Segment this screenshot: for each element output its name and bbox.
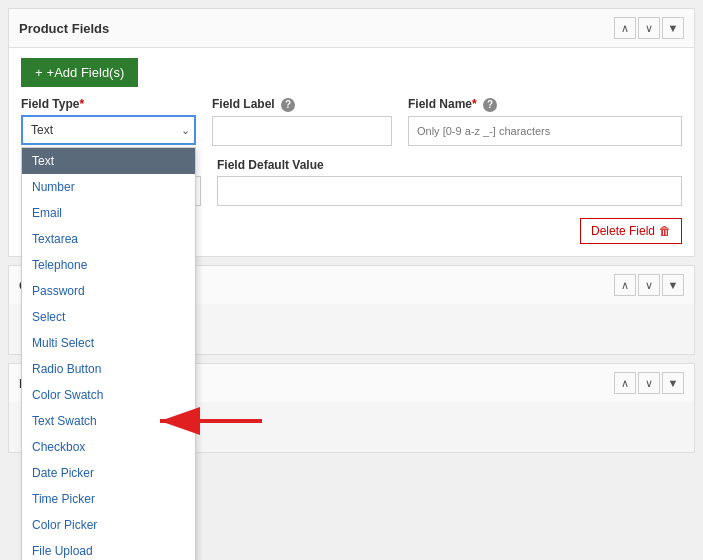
dropdown-item-email[interactable]: Email — [22, 200, 195, 226]
add-field-button[interactable]: + +Add Field(s) — [21, 58, 138, 87]
field-name-group: Field Name* ? — [408, 97, 682, 146]
dropdown-item-multi-select[interactable]: Multi Select — [22, 330, 195, 356]
panel-up-button[interactable]: ∧ — [614, 17, 636, 39]
field-type-group: Field Type* Text ⌄ Text Number Email Tex… — [21, 97, 196, 145]
panel-down-button[interactable]: ∨ — [638, 17, 660, 39]
panel-title: Product Fields — [19, 21, 109, 36]
field-label-group: Field Label ? — [212, 97, 392, 146]
product-fields-header: Product Fields ∧ ∨ ▼ — [9, 9, 694, 48]
field-default-input[interactable] — [217, 176, 682, 206]
field-label-input[interactable] — [212, 116, 392, 146]
co-panel-controls: ∧ ∨ ▼ — [614, 274, 684, 296]
dropdown-item-date-picker[interactable]: Date Picker — [22, 460, 195, 486]
co-up-button[interactable]: ∧ — [614, 274, 636, 296]
lab-panel-controls: ∧ ∨ ▼ — [614, 372, 684, 394]
form-row-1: Field Type* Text ⌄ Text Number Email Tex… — [21, 97, 682, 146]
field-type-select[interactable]: Text — [21, 115, 196, 145]
dropdown-item-color-picker[interactable]: Color Picker — [22, 512, 195, 538]
lab-expand-button[interactable]: ▼ — [662, 372, 684, 394]
field-default-group: Field Default Value — [217, 158, 682, 206]
dropdown-item-time-picker[interactable]: Time Picker — [22, 486, 195, 512]
field-type-label: Field Type* — [21, 97, 196, 111]
field-name-label: Field Name* ? — [408, 97, 682, 112]
required-marker: * — [79, 97, 84, 111]
panel-controls: ∧ ∨ ▼ — [614, 17, 684, 39]
panel-expand-button[interactable]: ▼ — [662, 17, 684, 39]
add-field-label: +Add Field(s) — [47, 65, 125, 80]
lab-up-button[interactable]: ∧ — [614, 372, 636, 394]
dropdown-item-text-swatch[interactable]: Text Swatch — [22, 408, 195, 434]
field-type-select-wrapper: Text ⌄ Text Number Email Textarea Teleph… — [21, 115, 196, 145]
dropdown-item-textarea[interactable]: Textarea — [22, 226, 195, 252]
product-fields-panel: Product Fields ∧ ∨ ▼ + +Add Field(s) Fie… — [8, 8, 695, 257]
add-icon: + — [35, 65, 43, 80]
page-container: Product Fields ∧ ∨ ▼ + +Add Field(s) Fie… — [0, 0, 703, 560]
dropdown-item-select[interactable]: Select — [22, 304, 195, 330]
delete-field-button[interactable]: Delete Field 🗑 — [580, 218, 682, 244]
field-label-label: Field Label ? — [212, 97, 392, 112]
form-area: Field Type* Text ⌄ Text Number Email Tex… — [9, 97, 694, 256]
co-down-button[interactable]: ∨ — [638, 274, 660, 296]
dropdown-item-text[interactable]: Text — [22, 148, 195, 174]
dropdown-item-checkbox[interactable]: Checkbox — [22, 434, 195, 460]
field-type-dropdown: Text Number Email Textarea Telephone Pas… — [21, 147, 196, 560]
dropdown-item-radio-button[interactable]: Radio Button — [22, 356, 195, 382]
field-default-label: Field Default Value — [217, 158, 682, 172]
dropdown-item-number[interactable]: Number — [22, 174, 195, 200]
dropdown-item-file-upload[interactable]: File Upload — [22, 538, 195, 560]
field-name-help-icon[interactable]: ? — [483, 98, 497, 112]
dropdown-item-color-swatch[interactable]: Color Swatch — [22, 382, 195, 408]
dropdown-item-telephone[interactable]: Telephone — [22, 252, 195, 278]
trash-icon: 🗑 — [659, 224, 671, 238]
dropdown-item-password[interactable]: Password — [22, 278, 195, 304]
co-expand-button[interactable]: ▼ — [662, 274, 684, 296]
field-label-help-icon[interactable]: ? — [281, 98, 295, 112]
lab-down-button[interactable]: ∨ — [638, 372, 660, 394]
field-name-input[interactable] — [408, 116, 682, 146]
